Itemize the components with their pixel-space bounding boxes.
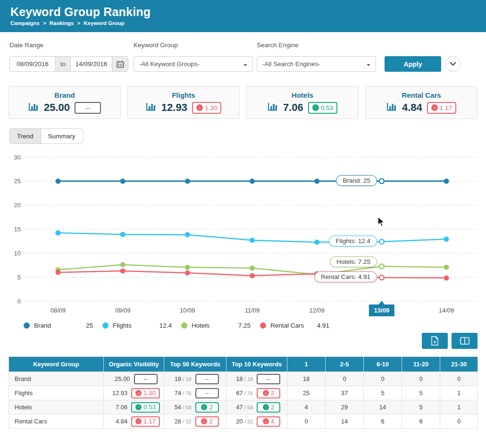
stat-card-hotels[interactable]: Hotels7.06↑0.53	[246, 86, 359, 119]
position-count-cell: 14	[364, 400, 402, 414]
x-axis-tick: 11/09	[245, 307, 260, 314]
column-header-top-50-keywords[interactable]: Top 50 Keywords	[164, 357, 226, 372]
change-value: --	[205, 389, 209, 397]
change-value: 2	[209, 418, 212, 425]
organic-visibility-value: 4.84	[108, 418, 127, 425]
stat-card-title: Rental Cars	[366, 91, 477, 99]
toggle-columns-button[interactable]	[452, 333, 478, 349]
stat-card-flights[interactable]: Flights12.93↓1.30	[127, 86, 240, 119]
change-value: --	[205, 375, 209, 382]
view-tabs: TrendSummary	[9, 128, 83, 144]
table-row-brand: Brand25.00--18 / 18--18 / 18--180000	[9, 372, 478, 386]
column-header-2-5[interactable]: 2-5	[326, 357, 364, 372]
hover-data-point	[379, 179, 384, 184]
y-axis-tick: 0	[17, 298, 21, 305]
data-point	[444, 265, 449, 270]
svg-text:13/09: 13/09	[374, 307, 390, 314]
stat-card-brand[interactable]: Brand25.00--	[8, 86, 121, 119]
keywords-cell: 20 / 32↓4	[226, 414, 287, 429]
breadcrumb-rankings[interactable]: Rankings	[50, 20, 74, 26]
x-axis-tick: 09/09	[115, 307, 131, 314]
position-count-cell: 0	[287, 414, 326, 429]
legend-item-hotels[interactable]: Hotels7.25	[181, 322, 257, 329]
y-axis-tick: 10	[14, 250, 21, 257]
stat-card-title: Brand	[9, 91, 120, 99]
hover-date-badge: 13/09	[369, 301, 394, 316]
keyword-group-name: Flights	[9, 386, 104, 400]
y-axis-tick: 25	[14, 178, 21, 185]
data-point	[185, 270, 190, 276]
trend-chart-area: 05101520253008/0909/0910/0911/0912/0913/…	[0, 151, 486, 321]
keywords-cell: 28 / 32↓2	[164, 414, 226, 429]
data-point	[56, 230, 61, 236]
bar-chart-icon	[268, 102, 278, 111]
expand-filters-button[interactable]	[445, 56, 461, 72]
column-header-21-30[interactable]: 21-30	[440, 357, 478, 372]
y-axis-tick: 5	[17, 274, 21, 281]
column-header-1[interactable]: 1	[287, 357, 326, 372]
export-excel-button[interactable]: x	[422, 333, 448, 349]
date-from-input[interactable]: 08/09/2016	[10, 57, 55, 71]
chevron-down-icon	[367, 64, 370, 68]
tab-trend[interactable]: Trend	[10, 129, 41, 144]
table-row-rental-cars: Rental Cars4.84↓1.1728 / 32↓220 / 32↓401…	[9, 414, 478, 429]
page-header: Keyword Group Ranking Campaigns>Rankings…	[0, 0, 486, 32]
column-header-6-10[interactable]: 6-10	[364, 357, 402, 372]
keywords-cell: 74 / 76--	[164, 386, 226, 400]
data-point	[250, 178, 255, 184]
date-to-input[interactable]: 14/09/2016	[71, 57, 112, 71]
legend-value: 7.25	[238, 322, 257, 329]
export-toolbar: x	[8, 333, 478, 349]
keyword-group-selected-value: -All Keyword Groups-	[139, 60, 200, 68]
table-columns-icon	[460, 337, 469, 345]
data-point	[444, 237, 449, 242]
breadcrumb-campaigns[interactable]: Campaigns	[10, 20, 40, 26]
position-count-cell: 5	[402, 400, 440, 414]
stat-card-value: 7.06	[283, 101, 303, 114]
data-point	[185, 232, 190, 237]
legend-item-flights[interactable]: Flights12.4	[102, 322, 178, 329]
column-header-keyword-group[interactable]: Keyword Group	[9, 357, 104, 372]
keywords-count: 67 / 76	[233, 389, 253, 397]
search-engine-select[interactable]: -All Search Engines-	[257, 56, 376, 72]
change-badge-down: ↓1.30	[192, 102, 221, 114]
chart-tooltip: Flights: 12.4	[329, 236, 377, 246]
bar-chart-icon	[386, 102, 397, 113]
change-badge-down: ↓1.17	[427, 102, 456, 114]
x-axis-tick: 08/09	[50, 307, 66, 314]
calendar-button[interactable]	[112, 57, 128, 71]
chevron-down-icon	[243, 64, 247, 68]
keywords-cell: 54 / 58↑2	[164, 400, 226, 414]
keywords-cell: 18 / 18--	[164, 372, 226, 386]
trend-chart[interactable]: 05101520253008/0909/0910/0911/0912/0913/…	[0, 151, 486, 321]
arrow-down-circle-icon: ↓	[431, 104, 438, 111]
breadcrumb-keyword-group: Keyword Group	[84, 20, 124, 26]
stat-cards-row: Brand25.00--Flights12.93↓1.30Hotels7.06↑…	[8, 86, 478, 119]
change-badge-down: ↓2	[195, 416, 219, 427]
column-header-11-20[interactable]: 11-20	[402, 357, 440, 372]
bar-chart-icon	[28, 102, 39, 113]
tab-summary[interactable]: Summary	[41, 129, 83, 144]
arrow-down-circle-icon: ↓	[263, 418, 269, 424]
legend-item-rental-cars[interactable]: Rental Cars4.91	[260, 322, 336, 329]
keywords-count: 74 / 76	[172, 389, 192, 397]
bar-chart-icon	[28, 102, 39, 111]
change-badge-none: --	[134, 374, 158, 384]
apply-button[interactable]: Apply	[385, 56, 441, 72]
x-axis-tick: 14/09	[439, 307, 454, 314]
keyword-group-select[interactable]: -All Keyword Groups-	[134, 56, 253, 72]
data-point	[314, 239, 319, 245]
date-to-label: to	[55, 57, 71, 71]
chart-tooltip: Brand: 25	[336, 175, 377, 186]
legend-name: Hotels	[192, 322, 209, 329]
keywords-count: 20 / 32	[233, 418, 253, 425]
arrow-up-circle-icon: ↑	[135, 404, 142, 410]
legend-item-brand[interactable]: Brand25	[24, 322, 100, 329]
y-axis-tick: 30	[14, 154, 21, 161]
stat-card-rental-cars[interactable]: Rental Cars4.84↓1.17	[365, 86, 478, 119]
column-header-top-10-keywords[interactable]: Top 10 Keywords	[226, 357, 287, 372]
column-header-organic-visibility[interactable]: Organic Visibility	[104, 357, 164, 372]
stat-card-value: 12.93	[161, 101, 187, 114]
keyword-group-filter: Keyword Group -All Keyword Groups-	[134, 42, 253, 72]
excel-export-icon: x	[431, 336, 439, 346]
